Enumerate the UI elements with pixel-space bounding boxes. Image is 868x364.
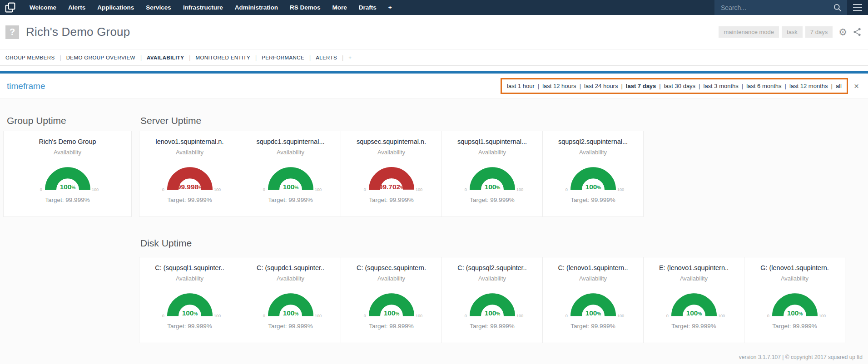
dashboard-tabs: GROUP MEMBERS|DEMO GROUP OVERVIEW|AVAILA… bbox=[0, 49, 868, 66]
gauge-max-label: 100 bbox=[213, 187, 220, 192]
tab-performance[interactable]: PERFORMANCE bbox=[262, 55, 304, 60]
metric-label: Availability bbox=[341, 275, 441, 282]
gauge-value: 100% bbox=[585, 309, 601, 317]
availability-gauge: 0100100% bbox=[156, 284, 224, 320]
gauge-card[interactable]: G: (lenovo1.squpintern.Availability01001… bbox=[744, 257, 845, 343]
page-header: ? Rich's Demo Group maintenance mode tas… bbox=[0, 15, 868, 49]
share-icon bbox=[853, 28, 862, 36]
nav-right bbox=[714, 0, 868, 15]
target-label: Target: 99.999% bbox=[442, 323, 542, 330]
entity-name: C: (squpsql2.squpinter.. bbox=[442, 264, 542, 271]
gauge-min-label: 0 bbox=[464, 314, 466, 318]
gauge-card[interactable]: squpsec.squpinternal.n.Availability01009… bbox=[341, 131, 442, 217]
task-button[interactable]: task bbox=[782, 26, 803, 38]
help-icon: ? bbox=[5, 25, 19, 39]
tab-gap bbox=[0, 66, 868, 71]
nav-item--[interactable]: + bbox=[382, 0, 398, 15]
availability-gauge: 0100100% bbox=[559, 157, 627, 194]
search-icon[interactable] bbox=[833, 4, 842, 12]
gauge-card[interactable]: C: (squpdc1.squpinter..Availability01001… bbox=[240, 257, 341, 343]
timeframe-option-last-3-months[interactable]: last 3 months bbox=[704, 83, 739, 89]
metric-label: Availability bbox=[240, 149, 341, 156]
nav-item-services[interactable]: Services bbox=[140, 0, 177, 15]
gauge-card[interactable]: squpdc1.squpinternal...Availability01001… bbox=[240, 131, 341, 217]
timeframe-option-last-1-hour[interactable]: last 1 hour bbox=[507, 83, 535, 89]
gauge-card[interactable]: squpsql1.squpinternal...Availability0100… bbox=[441, 131, 543, 217]
gauge-card[interactable]: Rich's Demo GroupAvailability0100100%Tar… bbox=[3, 131, 132, 217]
gauge-card[interactable]: E: (lenovo1.squpintern..Availability0100… bbox=[643, 257, 744, 343]
availability-gauge: 0100100% bbox=[660, 284, 728, 320]
metric-label: Availability bbox=[442, 275, 542, 282]
nav-item-welcome[interactable]: Welcome bbox=[24, 0, 62, 15]
availability-gauge: 010099.702% bbox=[357, 157, 426, 194]
nav-item-applications[interactable]: Applications bbox=[91, 0, 140, 15]
timeframe-label: timeframe bbox=[7, 81, 45, 91]
gauge-card[interactable]: C: (squpsec.squpintern.Availability01001… bbox=[341, 257, 442, 343]
nav-item-alerts[interactable]: Alerts bbox=[62, 0, 91, 15]
target-label: Target: 99.999% bbox=[341, 323, 441, 330]
top-nav: WelcomeAlertsApplicationsServicesInfrast… bbox=[0, 0, 868, 15]
target-label: Target: 99.999% bbox=[644, 323, 744, 330]
timeframe-option-last-24-hours[interactable]: last 24 hours bbox=[584, 83, 618, 89]
gauge-min-label: 0 bbox=[464, 187, 466, 192]
hamburger-icon bbox=[853, 4, 862, 5]
gauge-value: 100% bbox=[787, 309, 803, 317]
gauge-max-label: 100 bbox=[718, 314, 724, 318]
bottom-row: Disk UptimeC: (squpsql1.squpinter..Avail… bbox=[0, 217, 868, 343]
timeframe-option-all[interactable]: all bbox=[836, 83, 842, 89]
gauge-card-row: lenovo1.squpinternal.n.Availability01009… bbox=[139, 131, 644, 217]
tab-group-members[interactable]: GROUP MEMBERS bbox=[5, 55, 55, 60]
menu-button[interactable] bbox=[847, 0, 868, 15]
gauge-card[interactable]: C: (lenovo1.squpintern..Availability0100… bbox=[542, 257, 644, 343]
timeframe-close-button[interactable]: × bbox=[854, 82, 859, 90]
timeframe-option-last-12-months[interactable]: last 12 months bbox=[789, 83, 828, 89]
nav-item-rs-demos[interactable]: RS Demos bbox=[284, 0, 327, 15]
gauge-min-label: 0 bbox=[263, 314, 265, 318]
nav-item-drafts[interactable]: Drafts bbox=[353, 0, 382, 15]
tab-add[interactable]: + bbox=[348, 55, 352, 60]
tab-availability[interactable]: AVAILABILITY bbox=[147, 55, 184, 60]
metric-label: Availability bbox=[543, 275, 643, 282]
settings-button[interactable]: ⚙ bbox=[838, 27, 847, 37]
availability-gauge: 0100100% bbox=[458, 284, 526, 320]
target-label: Target: 99.999% bbox=[341, 197, 441, 203]
gauge-card[interactable]: squpsql2.squpinternal...Availability0100… bbox=[542, 131, 644, 217]
timeframe-option-last-30-days[interactable]: last 30 days bbox=[664, 83, 695, 89]
tab-demo-group-overview[interactable]: DEMO GROUP OVERVIEW bbox=[66, 55, 135, 60]
target-label: Target: 99.999% bbox=[240, 323, 341, 330]
dashboard-content: Group UptimeRich's Demo GroupAvailabilit… bbox=[0, 99, 868, 360]
footer: version 3.1.7.107 | © copyright 2017 squ… bbox=[0, 343, 868, 360]
timeframe-right: last 1 hour|last 12 hours|last 24 hours|… bbox=[501, 78, 864, 94]
section-title: Disk Uptime bbox=[140, 238, 868, 249]
availability-gauge: 0100100% bbox=[458, 157, 526, 194]
top-row: Group UptimeRich's Demo GroupAvailabilit… bbox=[0, 99, 868, 217]
metric-label: Availability bbox=[4, 149, 131, 156]
gauge-card[interactable]: lenovo1.squpinternal.n.Availability01009… bbox=[139, 131, 240, 217]
tab-monitored-entity[interactable]: MONITORED ENTITY bbox=[195, 55, 250, 60]
tab-separator: | bbox=[342, 54, 343, 61]
gauge-card[interactable]: C: (squpsql1.squpinter..Availability0100… bbox=[139, 257, 240, 343]
tab-alerts[interactable]: ALERTS bbox=[316, 55, 337, 60]
timeframe-option-last-6-months[interactable]: last 6 months bbox=[746, 83, 781, 89]
nav-item-more[interactable]: More bbox=[326, 0, 352, 15]
timeframe-button[interactable]: 7 days bbox=[805, 26, 833, 38]
gauge-card[interactable]: C: (squpsql2.squpinter..Availability0100… bbox=[441, 257, 543, 343]
search-input[interactable] bbox=[721, 4, 833, 11]
timeframe-separator: | bbox=[538, 83, 539, 89]
timeframe-option-last-12-hours[interactable]: last 12 hours bbox=[542, 83, 576, 89]
nav-item-infrastructure[interactable]: Infrastructure bbox=[177, 0, 229, 15]
squaredup-logo-icon[interactable] bbox=[5, 2, 16, 13]
section-title: Server Uptime bbox=[140, 115, 644, 126]
timeframe-option-last-7-days[interactable]: last 7 days bbox=[626, 83, 656, 89]
nav-item-administration[interactable]: Administration bbox=[229, 0, 284, 15]
share-button[interactable] bbox=[853, 28, 862, 36]
maintenance-mode-button[interactable]: maintenance mode bbox=[719, 26, 779, 38]
gauge-value: 100% bbox=[484, 309, 500, 317]
timeframe-panel: timeframe last 1 hour|last 12 hours|last… bbox=[0, 71, 868, 99]
entity-name: Rich's Demo Group bbox=[4, 138, 131, 145]
timeframe-separator: | bbox=[785, 83, 786, 89]
gauge-value: 100% bbox=[484, 183, 500, 191]
availability-gauge: 0100100% bbox=[257, 284, 325, 320]
target-label: Target: 99.999% bbox=[442, 197, 542, 203]
header-actions: maintenance mode task 7 days ⚙ bbox=[716, 26, 862, 38]
